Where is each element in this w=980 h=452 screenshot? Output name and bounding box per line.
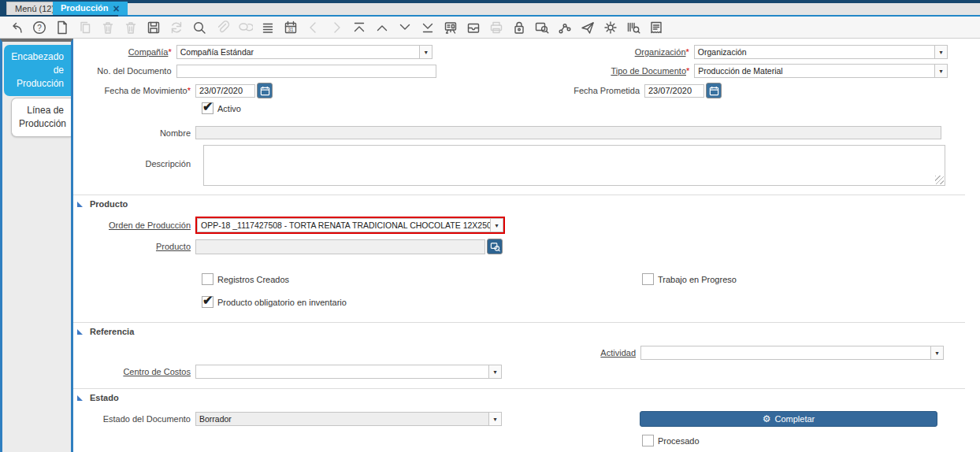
tipo-documento-label: Tipo de Documento*: [436, 66, 695, 76]
product-info-icon[interactable]: [622, 18, 644, 37]
section-separator: [73, 322, 965, 323]
sidebar-tab-linea-de-produccion[interactable]: Línea de Producción: [11, 98, 71, 137]
previous-record-icon[interactable]: [370, 18, 393, 37]
descripcion-textarea[interactable]: [203, 145, 945, 186]
estado-documento-dropdown-icon[interactable]: ▾: [488, 412, 502, 426]
fecha-movimiento-label: Fecha de Movimiento*: [73, 86, 195, 95]
production-window: Menú (12) Producción × ?31 Encabezado de…: [0, 0, 980, 452]
nav-right-icon: [325, 18, 347, 37]
producto-input: [195, 239, 485, 254]
refresh-icon: [165, 18, 187, 37]
tab-produccion[interactable]: Producción ×: [53, 2, 128, 15]
archive-icon[interactable]: [462, 18, 484, 37]
tab-menu-label: Menú (12): [15, 4, 54, 13]
tipo-documento-value: Producción de Material: [694, 64, 934, 78]
organizacion-dropdown-icon[interactable]: ▾: [934, 45, 948, 59]
compania-value: Compañía Estándar: [176, 45, 420, 59]
registros-creados-checkbox[interactable]: [202, 273, 213, 285]
svg-text:?: ?: [37, 23, 42, 31]
save-icon[interactable]: [142, 18, 165, 37]
activo-label: Activo: [217, 104, 241, 113]
tipo-documento-combobox[interactable]: Producción de Material ▾: [694, 64, 948, 78]
no-documento-input[interactable]: [176, 65, 436, 78]
organizacion-label: Organización*: [432, 47, 694, 57]
orden-produccion-dropdown-icon[interactable]: ▾: [490, 218, 503, 232]
activo-checkbox[interactable]: [202, 102, 213, 114]
nombre-input: [195, 126, 941, 139]
orden-produccion-label: Orden de Producción: [73, 220, 195, 230]
fecha-prometida-calendar-icon[interactable]: [706, 83, 722, 98]
next-record-icon[interactable]: [393, 18, 416, 37]
producto-search-icon[interactable]: [487, 239, 503, 254]
request-icon[interactable]: [576, 18, 599, 37]
fecha-movimiento-input[interactable]: [195, 84, 255, 98]
centro-costos-label: Centro de Costos: [73, 367, 195, 376]
sidebar: Encabezado de Producción Línea de Produc…: [0, 39, 73, 452]
delete-selection-icon: [119, 18, 142, 37]
fecha-prometida-input[interactable]: [644, 84, 704, 98]
collapse-triangle-icon: [77, 329, 83, 335]
print-icon: [484, 18, 507, 37]
content: Encabezado de Producción Línea de Produc…: [0, 39, 980, 452]
actividad-label: Actividad: [506, 348, 640, 358]
toolbar: ?31: [0, 17, 980, 39]
zoom-across-icon[interactable]: [530, 18, 553, 37]
grid-toggle-icon[interactable]: [256, 18, 279, 37]
tipo-documento-dropdown-icon[interactable]: ▾: [934, 64, 948, 78]
actividad-combobox[interactable]: ▾: [640, 346, 944, 360]
delete-record-icon: [96, 18, 119, 37]
completar-button[interactable]: ⚙ Completar: [640, 411, 937, 427]
first-record-icon[interactable]: [347, 18, 370, 37]
help-icon[interactable]: ?: [28, 18, 50, 37]
section-separator: [73, 195, 965, 195]
preference-icon[interactable]: [599, 18, 622, 37]
completar-button-label: Completar: [775, 414, 815, 424]
procesado-label: Procesado: [658, 436, 700, 446]
descripcion-resize-handle[interactable]: [935, 176, 944, 184]
registros-creados-label: Registros Creados: [217, 275, 289, 284]
completar-gear-icon: ⚙: [763, 414, 771, 424]
trabajo-en-progreso-label: Trabajo en Progreso: [658, 275, 737, 284]
producto-obligatorio-label: Producto obligatorio en inventario: [217, 298, 347, 307]
organizacion-value: Organización: [694, 45, 934, 59]
workflow-icon[interactable]: [553, 18, 576, 37]
collapse-triangle-icon: [77, 202, 83, 207]
centro-costos-value: [195, 365, 488, 379]
section-producto-header[interactable]: Producto: [77, 199, 128, 209]
svg-text:31: 31: [288, 27, 294, 32]
section-referencia-header[interactable]: Referencia: [77, 327, 134, 336]
fecha-prometida-label: Fecha Prometida: [273, 86, 644, 95]
compania-combobox[interactable]: Compañía Estándar ▾: [176, 45, 433, 59]
organizacion-combobox[interactable]: Organización ▾: [694, 45, 948, 59]
centro-costos-combobox[interactable]: ▾: [195, 365, 502, 379]
producto-obligatorio-checkbox[interactable]: [202, 296, 213, 308]
actividad-value: [640, 346, 930, 360]
attachment-icon: [210, 18, 233, 37]
orden-produccion-highlight-box: OPP-18 _1117427508 - TORTA RENATA TRADIC…: [195, 217, 505, 234]
calendar-icon[interactable]: 31: [279, 18, 302, 37]
estado-documento-combobox: Borrador ▾: [195, 412, 502, 426]
lock-icon[interactable]: [507, 18, 530, 37]
report-icon[interactable]: [439, 18, 462, 37]
trabajo-en-progreso-checkbox[interactable]: [642, 273, 654, 285]
orden-produccion-combobox[interactable]: OPP-18 _1117427508 - TORTA RENATA TRADIC…: [197, 218, 503, 232]
close-tab-icon[interactable]: ×: [113, 3, 120, 14]
procesado-checkbox[interactable]: [642, 435, 654, 446]
section-estado-header[interactable]: Estado: [77, 393, 119, 402]
nombre-label: Nombre: [73, 128, 195, 138]
new-record-icon[interactable]: [50, 18, 73, 37]
fecha-movimiento-calendar-icon[interactable]: [257, 83, 273, 98]
estado-documento-value: Borrador: [195, 412, 488, 426]
tab-produccion-label: Producción: [61, 2, 109, 15]
producto-label: Producto: [73, 242, 195, 251]
last-record-icon[interactable]: [416, 18, 439, 37]
actividad-dropdown-icon[interactable]: ▾: [930, 346, 944, 360]
centro-costos-dropdown-icon[interactable]: ▾: [488, 365, 502, 379]
find-icon[interactable]: [187, 18, 210, 37]
undo-icon[interactable]: [5, 18, 28, 37]
no-documento-label: No. del Documento: [73, 66, 176, 76]
report-doc-icon[interactable]: [644, 18, 667, 37]
sidebar-tab-encabezado-de-produccion[interactable]: Encabezado de Producción: [4, 45, 71, 96]
compania-dropdown-icon[interactable]: ▾: [419, 45, 432, 59]
estado-documento-label: Estado del Documento: [73, 414, 195, 424]
